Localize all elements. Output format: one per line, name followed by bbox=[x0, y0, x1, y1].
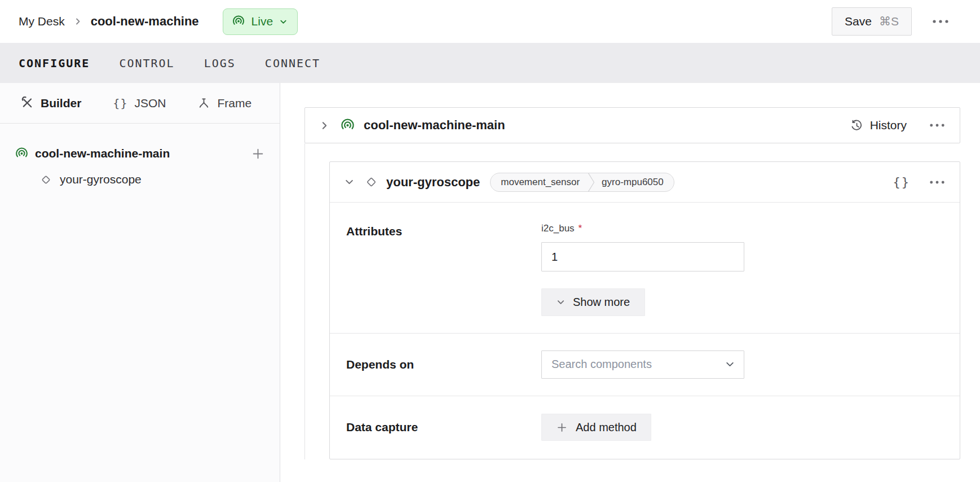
history-label: History bbox=[870, 119, 907, 132]
component-card-title: your-gyroscope bbox=[386, 175, 480, 190]
add-method-button[interactable]: Add method bbox=[541, 414, 651, 441]
viam-logo-icon bbox=[232, 15, 245, 28]
chevron-right-icon bbox=[73, 17, 82, 26]
tab-control[interactable]: CONTROL bbox=[119, 56, 174, 70]
i2c-bus-input[interactable] bbox=[541, 242, 744, 271]
diamond-icon bbox=[39, 173, 52, 186]
tools-icon bbox=[21, 97, 34, 109]
depends-on-select[interactable]: Search components bbox=[541, 350, 744, 379]
machine-part-card: cool-new-machine-main History bbox=[304, 107, 960, 143]
tab-connect[interactable]: CONNECT bbox=[265, 56, 320, 70]
save-button-label: Save bbox=[845, 15, 872, 28]
component-model-tag: gyro-mpu6050 bbox=[595, 177, 674, 188]
diamond-icon bbox=[364, 175, 378, 189]
collapse-chevron-down-icon[interactable] bbox=[345, 177, 354, 187]
tree-item-label: cool-new-machine-main bbox=[35, 147, 170, 160]
data-capture-section-label: Data capture bbox=[346, 420, 541, 434]
mode-json[interactable]: {} JSON bbox=[113, 97, 166, 110]
edit-json-icon[interactable]: {} bbox=[893, 175, 911, 189]
show-more-label: Show more bbox=[573, 296, 630, 309]
history-button[interactable]: History bbox=[849, 119, 907, 133]
config-main-area: cool-new-machine-main History bbox=[280, 83, 980, 482]
viam-part-icon bbox=[15, 147, 29, 161]
tree-item-label: your-gyroscope bbox=[60, 173, 142, 186]
depends-on-placeholder: Search components bbox=[551, 358, 652, 371]
data-capture-section: Data capture Add method bbox=[330, 396, 960, 459]
save-shortcut-hint: ⌘S bbox=[879, 15, 899, 28]
part-card-title: cool-new-machine-main bbox=[364, 118, 505, 133]
component-type-tag: movement_sensor bbox=[491, 177, 588, 188]
mode-builder[interactable]: Builder bbox=[21, 97, 81, 110]
config-mode-switcher: Builder {} JSON Frame bbox=[0, 83, 280, 124]
breadcrumb: My Desk cool-new-machine bbox=[19, 14, 199, 29]
tab-configure[interactable]: CONFIGURE bbox=[19, 56, 90, 70]
tree-item-component[interactable]: your-gyroscope bbox=[0, 166, 280, 192]
resource-tree: cool-new-machine-main your-gyroscope bbox=[0, 124, 280, 192]
breadcrumb-location[interactable]: My Desk bbox=[19, 15, 65, 28]
mode-frame[interactable]: Frame bbox=[197, 97, 251, 110]
braces-icon: {} bbox=[113, 97, 127, 110]
machine-status-badge[interactable]: Live bbox=[223, 8, 298, 35]
attributes-section: Attributes i2c_bus * Show more bbox=[330, 203, 960, 334]
app-header: My Desk cool-new-machine Live Save ⌘S bbox=[0, 0, 980, 43]
mode-json-label: JSON bbox=[134, 97, 166, 110]
config-sidebar: Builder {} JSON Frame bbox=[0, 83, 280, 482]
required-marker: * bbox=[579, 223, 582, 234]
machine-name: cool-new-machine bbox=[91, 14, 199, 29]
depends-on-section-label: Depends on bbox=[346, 358, 541, 371]
tab-logs[interactable]: LOGS bbox=[204, 56, 236, 70]
depends-on-section: Depends on Search components bbox=[330, 334, 960, 396]
add-method-label: Add method bbox=[576, 421, 637, 434]
chevron-down-icon bbox=[725, 360, 735, 369]
more-menu-icon[interactable] bbox=[932, 19, 949, 24]
more-menu-icon[interactable] bbox=[929, 123, 945, 128]
tree-item-machine-part[interactable]: cool-new-machine-main bbox=[0, 141, 280, 166]
mode-frame-label: Frame bbox=[217, 97, 251, 110]
page-tab-bar: CONFIGURE CONTROL LOGS CONNECT bbox=[0, 43, 980, 83]
component-type-model-tag: movement_sensor gyro-mpu6050 bbox=[490, 173, 674, 192]
nesting-connector-line bbox=[304, 143, 305, 459]
tag-separator bbox=[588, 173, 595, 192]
chevron-down-icon bbox=[279, 17, 288, 26]
expand-chevron-right-icon[interactable] bbox=[320, 121, 329, 130]
component-card-header: your-gyroscope movement_sensor gyro-mpu6… bbox=[330, 162, 960, 203]
show-more-button[interactable]: Show more bbox=[541, 288, 645, 316]
add-component-icon[interactable] bbox=[251, 147, 265, 161]
history-clock-icon bbox=[849, 119, 863, 133]
chevron-down-icon bbox=[557, 298, 565, 306]
component-card: your-gyroscope movement_sensor gyro-mpu6… bbox=[329, 161, 960, 459]
attributes-section-label: Attributes bbox=[346, 223, 541, 333]
viam-part-icon bbox=[340, 118, 355, 133]
status-label: Live bbox=[251, 15, 273, 28]
attribute-field-label: i2c_bus bbox=[541, 223, 575, 234]
save-button[interactable]: Save ⌘S bbox=[832, 7, 912, 36]
mode-builder-label: Builder bbox=[41, 97, 81, 110]
frame-axis-icon bbox=[197, 97, 210, 109]
more-menu-icon[interactable] bbox=[929, 180, 945, 185]
plus-icon bbox=[556, 422, 568, 433]
